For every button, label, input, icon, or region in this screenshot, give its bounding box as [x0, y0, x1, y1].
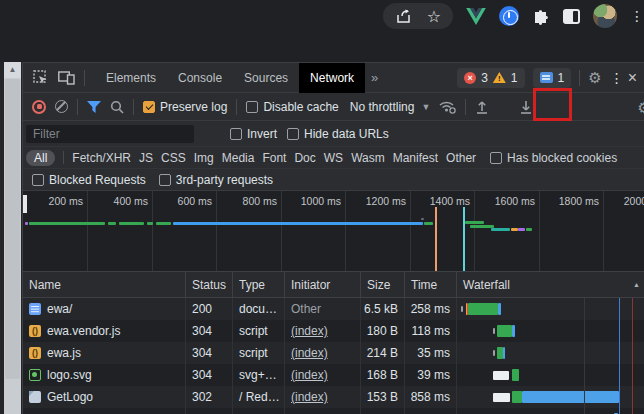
filter-type-font[interactable]: Font: [262, 151, 286, 165]
onepassword-icon[interactable]: [499, 6, 519, 26]
request-row[interactable]: ()ewa.js 304 script (index) 214 B 35 ms: [23, 342, 644, 364]
timeline-tick-label: 400 ms: [92, 195, 148, 207]
error-count: 3: [481, 71, 488, 85]
table-header: Name Status Type Initiator Size Time Wat…: [23, 272, 644, 298]
preserve-log-checkbox[interactable]: Preserve log: [143, 100, 227, 114]
browser-menu-icon[interactable]: ⋮: [630, 8, 638, 24]
network-settings-icon[interactable]: ⚙: [638, 99, 644, 117]
tab-elements[interactable]: Elements: [95, 63, 167, 93]
timeline-tick-label: 1400 ms: [414, 195, 470, 207]
bookmark-star-icon[interactable]: ☆: [427, 7, 441, 26]
invert-checkbox[interactable]: Invert: [230, 127, 277, 141]
profile-avatar[interactable]: [593, 4, 617, 28]
extensions-puzzle-icon[interactable]: [532, 7, 550, 25]
network-conditions-icon[interactable]: [439, 100, 456, 114]
filter-type-doc[interactable]: Doc: [294, 151, 315, 165]
clear-network-log-icon[interactable]: [55, 100, 68, 113]
network-overview-timeline[interactable]: 200 ms400 ms600 ms800 ms1000 ms1200 ms14…: [23, 191, 644, 272]
checkbox-unchecked[interactable]: [287, 128, 299, 140]
filter-type-img[interactable]: Img: [194, 151, 214, 165]
checkbox-unchecked[interactable]: [246, 101, 258, 113]
request-row[interactable]: ewa/ 200 docu… Other 6.5 kB 258 ms: [23, 298, 644, 320]
column-header-status[interactable]: Status: [186, 272, 233, 297]
column-header-waterfall[interactable]: Waterfall▲: [457, 272, 644, 297]
waterfall-bar[interactable]: [457, 408, 644, 414]
filter-input[interactable]: [26, 125, 194, 143]
import-har-icon[interactable]: [475, 99, 489, 114]
checkbox-unchecked[interactable]: [32, 174, 44, 186]
column-header-size[interactable]: Size: [361, 272, 405, 297]
timeline-tick-label: 800 ms: [221, 195, 277, 207]
has-blocked-cookies-label: Has blocked cookies: [507, 151, 617, 165]
third-party-requests-checkbox[interactable]: 3rd-party requests: [159, 173, 273, 187]
waterfall-bar[interactable]: [457, 364, 644, 386]
preserve-log-label: Preserve log: [160, 100, 227, 114]
request-size: 168 B: [361, 364, 405, 386]
filter-type-js[interactable]: JS: [139, 151, 153, 165]
waterfall-bar[interactable]: [457, 298, 644, 320]
export-har-icon[interactable]: [519, 99, 533, 114]
request-status: 304: [186, 364, 233, 386]
filter-type-css[interactable]: CSS: [161, 151, 186, 165]
filter-type-wasm[interactable]: Wasm: [351, 151, 385, 165]
devtools-close-icon[interactable]: ×: [628, 69, 637, 87]
request-row[interactable]: GetLogo 302 / Red… (index) 153 B 858 ms: [23, 386, 644, 408]
issues-icon: [540, 72, 553, 83]
checkbox-unchecked[interactable]: [159, 174, 171, 186]
checkbox-unchecked[interactable]: [490, 152, 502, 164]
column-header-initiator[interactable]: Initiator: [285, 272, 361, 297]
request-status: 200: [186, 298, 233, 320]
request-row[interactable]: ()ewa.vendor.js 304 script (index) 180 B…: [23, 320, 644, 342]
has-blocked-cookies-checkbox[interactable]: Has blocked cookies: [490, 151, 617, 165]
filter-type-ws[interactable]: WS: [324, 151, 343, 165]
filter-type-media[interactable]: Media: [222, 151, 255, 165]
search-icon[interactable]: [110, 100, 124, 114]
share-icon[interactable]: [395, 7, 413, 25]
checkbox-unchecked[interactable]: [230, 128, 242, 140]
filter-type-fetch-xhr[interactable]: Fetch/XHR: [72, 151, 131, 165]
errors-warnings-badge[interactable]: × 3 ! 1: [457, 68, 524, 88]
vue-devtools-icon[interactable]: [466, 8, 486, 25]
initiator-link[interactable]: (index): [291, 368, 328, 382]
throttling-select[interactable]: No throttling ▼: [350, 100, 431, 114]
waterfall-bar[interactable]: [457, 342, 644, 364]
request-row-partial[interactable]: [23, 408, 644, 414]
tab-sources[interactable]: Sources: [233, 63, 299, 93]
filter-type-manifest[interactable]: Manifest: [393, 151, 438, 165]
checkbox-checked[interactable]: [143, 101, 155, 113]
request-time: 35 ms: [405, 342, 457, 364]
scrollbar-thumb[interactable]: [5, 79, 20, 379]
hide-data-urls-checkbox[interactable]: Hide data URLs: [287, 127, 389, 141]
initiator-link[interactable]: (index): [291, 390, 328, 404]
request-row[interactable]: logo.svg 304 svg+… (index) 168 B 39 ms: [23, 364, 644, 386]
waterfall-bar[interactable]: [457, 320, 644, 342]
tab-console[interactable]: Console: [167, 63, 233, 93]
page-scrollbar[interactable]: ▲: [4, 62, 21, 414]
devtools-settings-icon[interactable]: ⚙: [588, 69, 601, 87]
inspect-element-icon[interactable]: [32, 69, 49, 86]
tab-network[interactable]: Network: [299, 63, 365, 93]
column-header-type[interactable]: Type: [233, 272, 285, 297]
request-status: 304: [186, 342, 233, 364]
request-time: 118 ms: [405, 320, 457, 342]
request-type: docu…: [233, 298, 285, 320]
column-header-time[interactable]: Time: [405, 272, 457, 297]
initiator-link[interactable]: (index): [291, 324, 328, 338]
column-header-name[interactable]: Name: [23, 272, 186, 297]
more-tabs-icon[interactable]: »: [365, 70, 384, 85]
disable-cache-checkbox[interactable]: Disable cache: [246, 100, 338, 114]
devtools-menu-icon[interactable]: ⋮: [610, 70, 618, 86]
record-network-log-button[interactable]: [32, 100, 46, 114]
blocked-requests-checkbox[interactable]: Blocked Requests: [32, 173, 146, 187]
device-toolbar-icon[interactable]: [58, 69, 75, 86]
scrollbar-up-arrow[interactable]: ▲: [4, 62, 21, 78]
request-size: 6.5 kB: [361, 298, 405, 320]
issues-count: 1: [558, 71, 565, 85]
initiator-link[interactable]: (index): [291, 346, 328, 360]
filter-type-all[interactable]: All: [26, 150, 55, 166]
filter-type-other[interactable]: Other: [446, 151, 476, 165]
filter-toggle-icon[interactable]: [87, 101, 101, 113]
side-panel-icon[interactable]: [563, 9, 580, 24]
waterfall-bar[interactable]: [457, 386, 644, 408]
issues-badge[interactable]: 1: [533, 68, 572, 88]
